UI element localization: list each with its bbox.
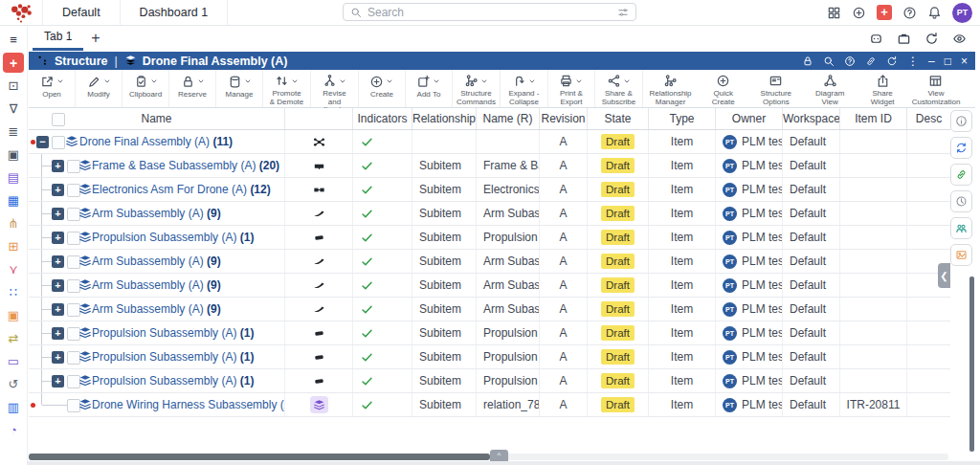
expand-toggle[interactable]: + bbox=[52, 184, 64, 196]
global-search[interactable]: Search bbox=[343, 3, 636, 21]
table-row[interactable]: + Arm Subassembly (A) (9) Subitem Arm Su… bbox=[29, 298, 950, 321]
column-header-name[interactable]: Name bbox=[29, 108, 284, 129]
minimize-button[interactable]: – bbox=[928, 55, 935, 67]
column-header-item-id[interactable]: Item ID bbox=[839, 108, 906, 129]
table-row[interactable]: Drone Wiring Harness Subassembly (A) Sub… bbox=[29, 393, 950, 417]
column-header-state[interactable]: State bbox=[587, 108, 648, 129]
toolbar-share-widget-button[interactable]: Share Widget bbox=[857, 70, 908, 107]
toolbar-reserve-button[interactable]: Reserve bbox=[169, 70, 216, 107]
tab-tab1[interactable]: Tab 1 bbox=[33, 26, 83, 51]
branch-icon[interactable]: ⋎ bbox=[3, 259, 24, 279]
card-icon[interactable]: ▣ bbox=[3, 305, 24, 325]
kebab-menu-icon[interactable]: ⋮ bbox=[907, 55, 919, 67]
column-header-thumbnail[interactable] bbox=[284, 108, 352, 129]
add-circle-icon[interactable] bbox=[852, 4, 866, 21]
team-icon[interactable] bbox=[950, 217, 972, 239]
table-row[interactable]: + Arm Subassembly (A) (9) Subitem Arm Su… bbox=[29, 250, 950, 274]
expand-toggle[interactable]: + bbox=[52, 232, 64, 244]
column-header-name-r-[interactable]: Name (R) bbox=[476, 108, 539, 129]
assistant-icon[interactable] bbox=[869, 30, 883, 47]
eye-icon[interactable] bbox=[952, 30, 967, 47]
item-link[interactable]: Propulsion Subassembly (A) (1) bbox=[92, 350, 254, 364]
table-row[interactable]: + Propulsion Subassembly (A) (1) Subitem… bbox=[29, 369, 950, 393]
toolbar-modify-button[interactable]: Modify bbox=[76, 70, 122, 107]
column-header-revision[interactable]: Revision bbox=[539, 108, 587, 129]
menu-icon[interactable]: ≡ bbox=[3, 30, 24, 50]
item-link[interactable]: Arm Subassembly (A) (9) bbox=[92, 278, 221, 292]
create-new-button[interactable]: + bbox=[3, 53, 24, 73]
expand-bottom-panel-handle[interactable]: ^ bbox=[490, 450, 508, 461]
table-row[interactable]: + Electronics Asm For Drone (A) (12) Sub… bbox=[29, 178, 950, 202]
toolbar-revise-iterate-button[interactable]: Revise and Iterate bbox=[311, 70, 359, 107]
window-icon[interactable]: ⊡ bbox=[3, 76, 24, 96]
expand-toggle[interactable]: + bbox=[52, 279, 64, 292]
toolbar-open-button[interactable]: Open bbox=[29, 70, 76, 107]
card-icon[interactable] bbox=[950, 244, 972, 266]
column-header-relationship-[interactable]: Relationship (... bbox=[412, 108, 476, 129]
add-tab-button[interactable]: + bbox=[87, 29, 103, 48]
item-link[interactable]: Drone Final Assembly (A) (11) bbox=[79, 135, 233, 148]
toolbar-share-subscribe-button[interactable]: Share & Subscribe bbox=[595, 70, 643, 107]
item-link[interactable]: Arm Subassembly (A) (9) bbox=[92, 207, 221, 220]
notifications-icon[interactable] bbox=[927, 4, 942, 21]
refresh-icon[interactable] bbox=[924, 30, 939, 47]
expand-toggle[interactable]: + bbox=[52, 375, 64, 388]
help-icon[interactable] bbox=[844, 55, 856, 68]
help-icon[interactable] bbox=[902, 4, 917, 21]
collapse-panel-handle[interactable]: ❮ bbox=[938, 263, 950, 288]
table-row[interactable]: + Propulsion Subassembly (A) (1) Subitem… bbox=[29, 345, 950, 369]
link-icon[interactable] bbox=[950, 164, 972, 186]
user-avatar[interactable]: PT bbox=[952, 3, 972, 23]
apps-grid-icon[interactable] bbox=[827, 4, 841, 21]
toolbar-promote-demote-button[interactable]: Promote & Demote bbox=[263, 70, 311, 107]
item-link[interactable]: Frame & Base Subassembly (A) (20) bbox=[92, 159, 279, 172]
toolbar-relationship-manager-button[interactable]: Relationship Manager bbox=[643, 70, 698, 107]
toolbar-quick-create-button[interactable]: Quick Create bbox=[698, 70, 748, 107]
expand-toggle[interactable]: + bbox=[52, 255, 64, 268]
item-link[interactable]: Drone Wiring Harness Subassembly (A) bbox=[92, 398, 284, 411]
item-link[interactable]: Arm Subassembly (A) (9) bbox=[92, 302, 221, 316]
table-icon[interactable]: ▦ bbox=[3, 190, 24, 210]
toolbar-diagram-view-button[interactable]: Diagram View bbox=[803, 70, 856, 107]
table-row[interactable]: + Propulsion Subassembly (A) (1) Subitem… bbox=[29, 321, 950, 345]
layout-icon[interactable]: ⊞ bbox=[3, 236, 24, 256]
expand-toggle[interactable]: + bbox=[52, 351, 64, 364]
table-row[interactable]: + Frame & Base Subassembly (A) (20) Subi… bbox=[29, 154, 950, 178]
column-header-owner[interactable]: Owner bbox=[715, 108, 782, 129]
toolbar-structure-options-button[interactable]: Structure Options bbox=[748, 70, 803, 107]
horizontal-scrollbar-thumb[interactable] bbox=[29, 454, 490, 460]
column-header-indicators[interactable]: Indicators bbox=[352, 108, 412, 129]
expand-toggle[interactable]: + bbox=[52, 208, 64, 220]
workflow-icon[interactable]: ∷ bbox=[3, 282, 24, 302]
item-link[interactable]: Electronics Asm For Drone (A) (12) bbox=[92, 183, 271, 196]
info-icon[interactable] bbox=[950, 110, 972, 132]
history-icon[interactable] bbox=[950, 190, 972, 212]
clipboard-icon[interactable]: ▣ bbox=[3, 144, 24, 165]
item-link[interactable]: Propulsion Subassembly (A) (1) bbox=[92, 374, 254, 388]
maximize-button[interactable]: □ bbox=[945, 55, 951, 67]
expand-toggle[interactable]: + bbox=[52, 303, 64, 316]
list-icon[interactable]: ≣ bbox=[3, 122, 24, 142]
toolbar-view-customization-button[interactable]: View Customization bbox=[908, 70, 963, 107]
workspace-tab-default[interactable]: Default bbox=[43, 0, 121, 25]
note-icon[interactable]: ▭ bbox=[3, 351, 24, 371]
close-button[interactable]: × bbox=[961, 55, 968, 67]
briefcase-icon[interactable] bbox=[897, 30, 911, 47]
toolbar-expand-collapse-button[interactable]: Expand - Collapse bbox=[501, 70, 548, 107]
toolbar-clipboard-button[interactable]: Clipboard bbox=[122, 70, 169, 107]
refresh-icon[interactable] bbox=[886, 55, 898, 68]
collapse-toggle[interactable]: − bbox=[36, 136, 49, 148]
toolbar-create-button[interactable]: Create bbox=[359, 70, 406, 107]
lock-icon[interactable] bbox=[802, 55, 813, 68]
item-link[interactable]: Propulsion Subassembly (A) (1) bbox=[92, 326, 254, 340]
select-all-checkbox[interactable] bbox=[52, 113, 65, 126]
workspace-tab-dashboard1[interactable]: Dashboard 1 bbox=[121, 0, 229, 25]
column-header-desc[interactable]: Desc bbox=[906, 108, 950, 129]
link-icon[interactable] bbox=[865, 55, 877, 68]
table-row[interactable]: − Drone Final Assembly (A) (11) A Draft … bbox=[29, 130, 950, 154]
gauge-icon[interactable]: ◔ bbox=[3, 420, 24, 440]
app-logo[interactable] bbox=[0, 0, 43, 25]
toolbar-add-to-button[interactable]: Add To bbox=[406, 70, 453, 107]
chart-icon[interactable]: ▥ bbox=[3, 397, 24, 417]
swap-icon[interactable]: ⇄ bbox=[3, 328, 24, 348]
